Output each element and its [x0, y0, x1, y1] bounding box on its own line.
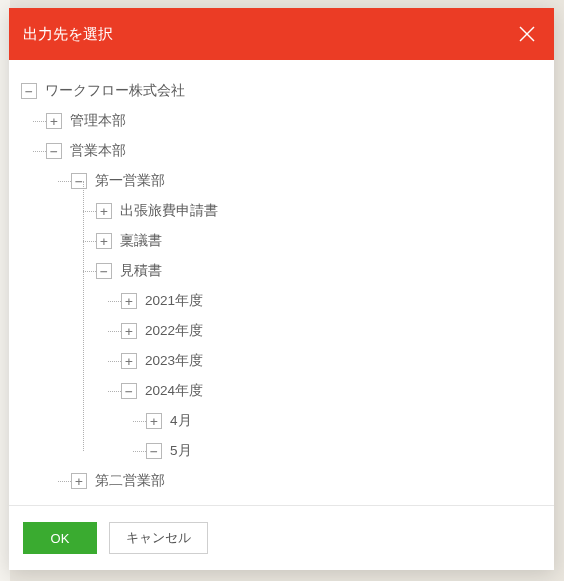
dialog-header: 出力先を選択: [9, 8, 554, 60]
tree-row[interactable]: +稟議書: [96, 226, 546, 256]
tree-node: +稟議書: [96, 226, 546, 256]
tree-node: +出張旅費申請書: [96, 196, 546, 226]
tree-row[interactable]: −第一営業部: [71, 166, 546, 196]
tree-node: −第一営業部+出張旅費申請書+稟議書−見積書+2021年度+2022年度+202…: [71, 166, 546, 466]
tree-node: +第二営業部: [71, 466, 546, 496]
tree-node: +2022年度: [121, 316, 546, 346]
tree-row[interactable]: +4月: [146, 406, 546, 436]
collapse-icon[interactable]: −: [21, 83, 37, 99]
expand-icon[interactable]: +: [146, 413, 162, 429]
tree-node: +管理本部: [46, 106, 546, 136]
expand-icon[interactable]: +: [121, 353, 137, 369]
expand-icon[interactable]: +: [96, 233, 112, 249]
tree-node-label: 2021年度: [145, 292, 203, 310]
tree-row[interactable]: +2021年度: [121, 286, 546, 316]
collapse-icon[interactable]: −: [71, 173, 87, 189]
tree-node-label: 見積書: [120, 262, 162, 280]
cancel-button[interactable]: キャンセル: [109, 522, 208, 554]
tree-node-label: 稟議書: [120, 232, 162, 250]
tree-row[interactable]: −ワークフロー株式会社: [21, 76, 546, 106]
tree-node: −見積書+2021年度+2022年度+2023年度−2024年度+4月−5月: [96, 256, 546, 466]
tree-row[interactable]: −2024年度: [121, 376, 546, 406]
tree-node: −ワークフロー株式会社+管理本部−営業本部−第一営業部+出張旅費申請書+稟議書−…: [21, 76, 546, 496]
expand-icon[interactable]: +: [96, 203, 112, 219]
tree-row[interactable]: +管理本部: [46, 106, 546, 136]
collapse-icon[interactable]: −: [46, 143, 62, 159]
expand-icon[interactable]: +: [121, 323, 137, 339]
collapse-icon[interactable]: −: [121, 383, 137, 399]
tree-node-label: 5月: [170, 442, 192, 460]
close-icon[interactable]: [518, 25, 536, 43]
tree-node: +2023年度: [121, 346, 546, 376]
expand-icon[interactable]: +: [121, 293, 137, 309]
tree-node-label: 2022年度: [145, 322, 203, 340]
tree-node-label: 営業本部: [70, 142, 126, 160]
expand-icon[interactable]: +: [46, 113, 62, 129]
tree-node: −5月: [146, 436, 546, 466]
tree-node: +4月: [146, 406, 546, 436]
output-destination-dialog: 出力先を選択 −ワークフロー株式会社+管理本部−営業本部−第一営業部+出張旅費申…: [9, 8, 554, 570]
tree-node-label: 4月: [170, 412, 192, 430]
collapse-icon[interactable]: −: [146, 443, 162, 459]
ok-button[interactable]: OK: [23, 522, 97, 554]
tree-row[interactable]: +2022年度: [121, 316, 546, 346]
tree-node-label: 2023年度: [145, 352, 203, 370]
tree-row[interactable]: −5月: [146, 436, 546, 466]
dialog-footer: OK キャンセル: [9, 506, 554, 570]
dialog-title: 出力先を選択: [23, 25, 113, 44]
tree-node: −営業本部−第一営業部+出張旅費申請書+稟議書−見積書+2021年度+2022年…: [46, 136, 546, 496]
tree-node-label: 第一営業部: [95, 172, 165, 190]
collapse-icon[interactable]: −: [96, 263, 112, 279]
tree-node-label: 出張旅費申請書: [120, 202, 218, 220]
tree-row[interactable]: −見積書: [96, 256, 546, 286]
tree-row[interactable]: +出張旅費申請書: [96, 196, 546, 226]
expand-icon[interactable]: +: [71, 473, 87, 489]
tree-node-label: 2024年度: [145, 382, 203, 400]
tree-row[interactable]: −営業本部: [46, 136, 546, 166]
dialog-body[interactable]: −ワークフロー株式会社+管理本部−営業本部−第一営業部+出張旅費申請書+稟議書−…: [9, 60, 554, 505]
tree-node: +2021年度: [121, 286, 546, 316]
tree-node-label: 管理本部: [70, 112, 126, 130]
tree-node-label: 第二営業部: [95, 472, 165, 490]
folder-tree: −ワークフロー株式会社+管理本部−営業本部−第一営業部+出張旅費申請書+稟議書−…: [21, 76, 546, 496]
tree-node-label: ワークフロー株式会社: [45, 82, 185, 100]
tree-row[interactable]: +2023年度: [121, 346, 546, 376]
tree-row[interactable]: +第二営業部: [71, 466, 546, 496]
tree-node: −2024年度+4月−5月: [121, 376, 546, 466]
